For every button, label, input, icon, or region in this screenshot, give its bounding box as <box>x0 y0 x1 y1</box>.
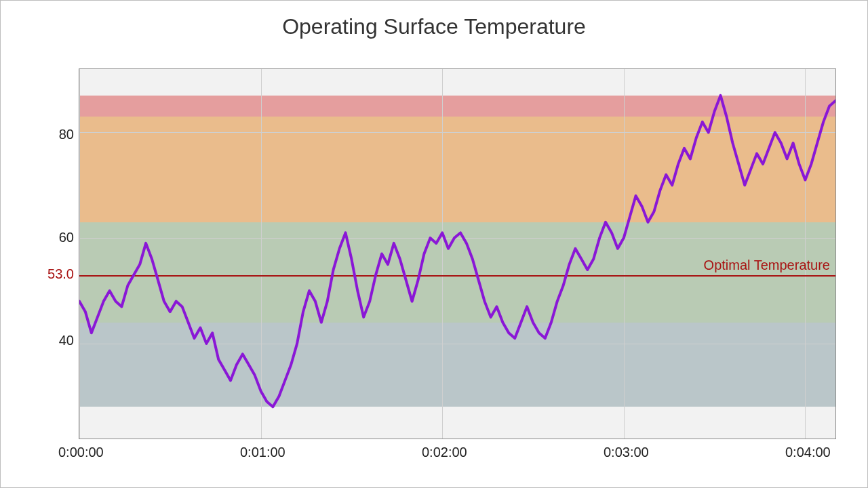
x-tick-2: 0:02:00 <box>422 445 467 460</box>
x-tick-0: 0:00:00 <box>58 445 104 460</box>
x-tick-3: 0:03:00 <box>604 445 649 460</box>
refline-y-tick: 53.0 <box>40 266 74 282</box>
chart-title: Operating Surface Temperature <box>1 14 867 39</box>
chart-container: Operating Surface Temperature 40 60 80 5… <box>0 0 868 488</box>
series-temperature <box>79 69 835 439</box>
plot-area[interactable]: Optimal Temperature <box>79 68 836 439</box>
y-tick-80: 80 <box>47 127 74 142</box>
y-tick-40: 40 <box>47 333 74 348</box>
x-tick-1: 0:01:00 <box>240 445 285 460</box>
x-tick-4: 0:04:00 <box>785 445 831 460</box>
y-tick-60: 60 <box>47 230 74 245</box>
